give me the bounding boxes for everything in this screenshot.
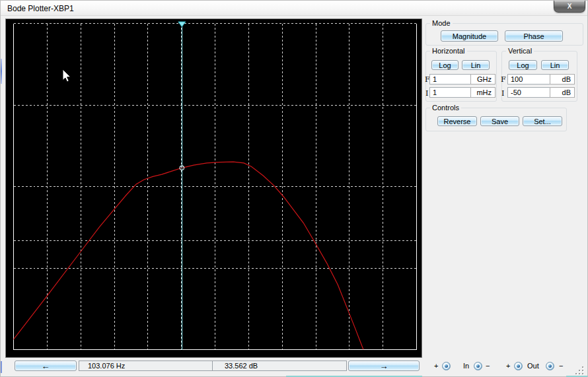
gain-value: 33.562 dB xyxy=(225,362,258,370)
edge-artifact xyxy=(1,59,2,84)
phase-button-label: Phase xyxy=(523,32,544,40)
vertical-log-label: Log xyxy=(517,61,529,69)
in-plus-terminal-icon xyxy=(442,362,451,370)
horizontal-final-unit: GHz xyxy=(470,74,496,85)
horizontal-final-input[interactable] xyxy=(429,74,471,85)
window-title: Bode Plotter-XBP1 xyxy=(7,4,74,13)
in-minus-label: − xyxy=(486,362,490,370)
frequency-value: 103.076 Hz xyxy=(88,362,125,370)
vertical-lin-label: Lin xyxy=(550,61,560,69)
set-button[interactable]: Set... xyxy=(523,116,562,126)
vertical-log-button[interactable]: Log xyxy=(509,60,537,70)
in-label: In xyxy=(463,362,469,370)
in-terminal-group: + In − xyxy=(434,361,494,372)
close-button[interactable]: X xyxy=(554,1,585,13)
phase-button[interactable]: Phase xyxy=(505,30,563,42)
bode-plot-canvas xyxy=(6,19,422,357)
horizontal-log-label: Log xyxy=(439,61,451,69)
set-button-label: Set... xyxy=(534,118,551,125)
cursor-right-button[interactable]: → xyxy=(348,360,420,371)
out-minus-label: − xyxy=(559,362,563,370)
out-minus-terminal-icon xyxy=(546,362,554,370)
horizontal-lin-button[interactable]: Lin xyxy=(462,60,490,70)
out-plus-label: + xyxy=(506,362,510,370)
horizontal-group-label: Horizontal xyxy=(430,47,467,55)
cursor-left-button[interactable]: ← xyxy=(15,360,77,371)
save-button-label: Save xyxy=(492,118,508,125)
magnitude-button-label: Magnitude xyxy=(453,32,486,40)
left-arrow-icon: ← xyxy=(42,362,50,370)
in-minus-terminal-icon xyxy=(474,362,482,370)
vertical-i-label: I xyxy=(501,89,504,98)
horizontal-log-button[interactable]: Log xyxy=(431,60,459,70)
save-button[interactable]: Save xyxy=(480,116,519,126)
horizontal-lin-label: Lin xyxy=(471,61,481,69)
in-plus-label: + xyxy=(434,362,438,370)
vertical-final-unit: dB xyxy=(550,74,575,85)
out-terminal-group: + Out − xyxy=(506,361,569,372)
vertical-group-label: Vertical xyxy=(506,47,534,55)
horizontal-initial-unit: mHz xyxy=(470,87,496,98)
controls-group-label: Controls xyxy=(430,104,461,112)
horizontal-initial-input[interactable] xyxy=(429,87,471,98)
mode-group-label: Mode xyxy=(430,19,453,27)
reverse-button-label: Reverse xyxy=(444,118,471,125)
edge-artifact xyxy=(1,361,2,373)
vertical-lin-button[interactable]: Lin xyxy=(541,60,569,70)
cursor-gain-readout: 33.562 dB xyxy=(212,360,347,371)
out-plus-terminal-icon xyxy=(514,362,523,370)
cursor-curve-marker xyxy=(180,166,184,170)
out-label: Out xyxy=(527,362,539,370)
plot-panel xyxy=(5,18,422,358)
vertical-initial-input[interactable] xyxy=(507,87,550,98)
bode-plotter-window: Bode Plotter-XBP1 X Mode Magnitude Phase… xyxy=(0,0,588,377)
close-icon: X xyxy=(568,3,572,10)
vertical-initial-unit: dB xyxy=(550,87,575,98)
right-arrow-icon: → xyxy=(380,362,388,370)
vertical-final-input[interactable] xyxy=(507,74,550,85)
title-bar[interactable]: Bode Plotter-XBP1 X xyxy=(1,1,587,16)
magnitude-button[interactable]: Magnitude xyxy=(441,30,498,42)
cursor-frequency-readout: 103.076 Hz xyxy=(79,360,213,371)
horizontal-i-label: I xyxy=(425,89,428,98)
plot-background xyxy=(6,19,422,357)
vertical-f-label: F xyxy=(501,75,506,84)
reverse-button[interactable]: Reverse xyxy=(437,116,477,126)
